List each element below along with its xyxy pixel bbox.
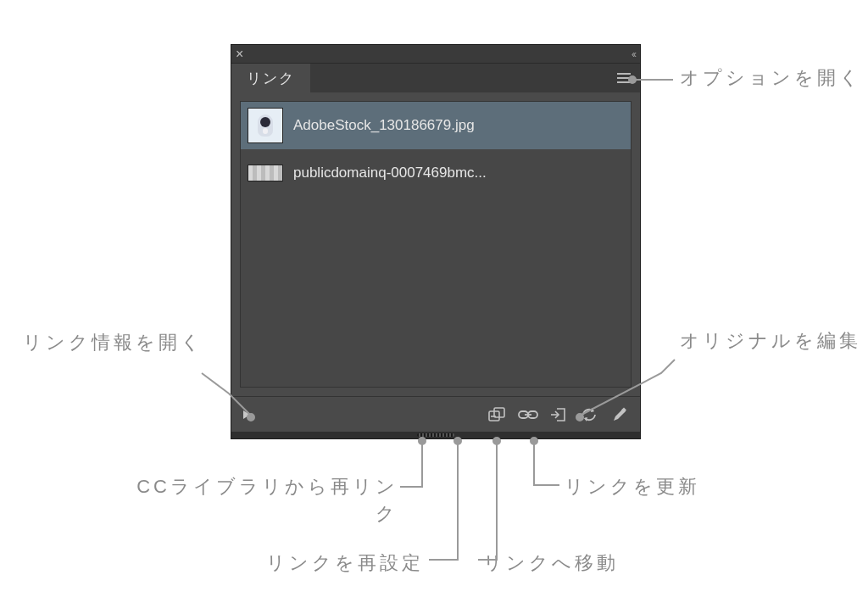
close-icon[interactable]: ×: [236, 47, 243, 62]
thumbnail: [248, 108, 283, 143]
list-item[interactable]: AdobeStock_130186679.jpg: [241, 102, 631, 149]
link-filename: AdobeStock_130186679.jpg: [293, 117, 624, 134]
pencil-icon[interactable]: [604, 401, 635, 428]
annotation-cc-relink: CCライブラリから再リンク: [119, 473, 398, 527]
panel-body: AdobeStock_130186679.jpg publicdomainq-0…: [231, 92, 640, 396]
annotation-goto: リンクへ移動: [483, 550, 704, 577]
panel-footer: [231, 396, 640, 432]
links-list: AdobeStock_130186679.jpg publicdomainq-0…: [240, 101, 632, 388]
annotation-open-options: オプションを開く: [680, 64, 866, 92]
collapse-icon[interactable]: ‹‹: [632, 48, 635, 60]
chain-link-icon[interactable]: [513, 401, 543, 428]
links-panel: × ‹‹ リンク AdobeStock_130186679.jpg public…: [231, 44, 641, 439]
annotation-open-link-info: リンク情報を開く: [17, 329, 203, 356]
annotation-edit-original: オリジナルを編集: [680, 327, 866, 354]
link-filename: publicdomainq-0007469bmc...: [293, 165, 624, 181]
hamburger-menu-icon[interactable]: [615, 70, 633, 87]
panel-titlebar: × ‹‹: [231, 45, 640, 64]
list-item[interactable]: publicdomainq-0007469bmc...: [241, 149, 631, 197]
panel-resize-grip[interactable]: [231, 432, 640, 438]
thumbnail: [248, 165, 283, 181]
goto-link-icon[interactable]: [543, 401, 574, 428]
tab-row: リンク: [231, 64, 640, 92]
tab-label: リンク: [247, 69, 295, 88]
disclosure-triangle-icon[interactable]: [236, 405, 257, 425]
annotation-relink: リンクを再設定: [203, 550, 424, 577]
refresh-icon[interactable]: [574, 401, 604, 428]
svg-marker-0: [243, 410, 250, 419]
annotation-update: リンクを更新: [565, 473, 785, 500]
cc-relink-icon[interactable]: [482, 401, 513, 428]
tab-links[interactable]: リンク: [231, 64, 310, 92]
